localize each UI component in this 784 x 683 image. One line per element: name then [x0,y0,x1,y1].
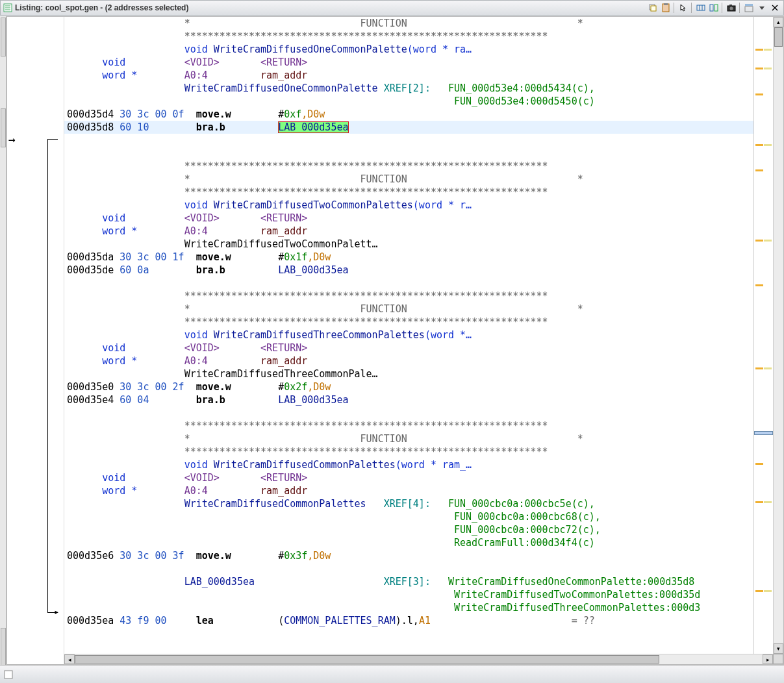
svg-rect-15 [729,5,732,6]
svg-point-14 [730,7,733,10]
overview-ruler[interactable] [753,17,773,654]
copy-icon[interactable] [647,2,659,14]
svg-rect-8 [697,5,705,10]
horizontal-scrollbar[interactable]: ◂ ▸ [64,654,773,664]
svg-rect-20 [5,671,12,678]
scroll-left-icon[interactable]: ◂ [64,654,75,664]
flow-arrow-icon: → [8,132,16,146]
diff-icon[interactable] [708,2,720,14]
gutter: → ▸ [7,17,64,664]
bottom-bar [0,665,784,683]
titlebar: Listing: cool_spot.gen - (2 addresses se… [0,0,784,16]
listing-body[interactable]: * FUNCTION * ***************************… [64,17,753,654]
flow-arrow-end-icon: ▸ [54,606,59,617]
scroll-up-icon[interactable]: ▴ [774,17,783,27]
menu-icon[interactable] [756,2,768,14]
svg-rect-16 [745,4,753,6]
vertical-tab[interactable] [1,108,6,147]
scroll-thumb-h[interactable] [75,655,659,664]
flow-bracket [47,139,58,613]
title-text: Listing: cool_spot.gen - (2 addresses se… [15,3,188,12]
snapshot-icon[interactable] [726,2,737,14]
listing-panel: * FUNCTION * ***************************… [64,17,783,664]
left-tab-strip [0,16,6,665]
svg-rect-7 [664,3,668,5]
scroll-corner [773,654,783,664]
content-area: → ▸ * FUNCTION * ***********************… [6,16,784,665]
scroll-thumb[interactable] [774,27,783,47]
svg-rect-17 [745,6,753,12]
close-icon[interactable] [769,2,781,14]
toggle-header-icon[interactable] [743,2,755,14]
paste-icon[interactable] [660,2,672,14]
vertical-scrollbar[interactable]: ▴ ▾ [773,17,783,654]
panel-icon[interactable] [4,670,13,679]
listing-icon [3,3,12,12]
fields-icon[interactable] [695,2,707,14]
svg-rect-12 [714,5,718,11]
svg-rect-5 [651,6,656,11]
cursor-icon[interactable] [677,2,689,14]
svg-rect-11 [710,5,713,11]
vertical-tab[interactable] [1,18,6,56]
scroll-right-icon[interactable]: ▸ [763,654,773,664]
scroll-down-icon[interactable]: ▾ [774,643,783,654]
